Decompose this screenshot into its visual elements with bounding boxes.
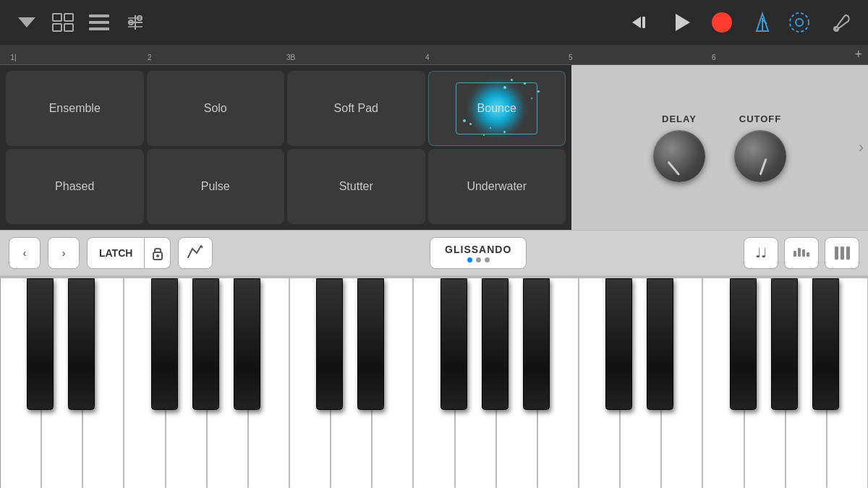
black-key-8[interactable] xyxy=(482,278,509,410)
controls-panel: DELAY CUTOFF › xyxy=(571,65,868,230)
pad-grid: Ensemble Solo Soft Pad Boun xyxy=(0,65,571,230)
pad-underwater[interactable]: Underwater xyxy=(428,149,566,224)
delay-knob[interactable] xyxy=(653,130,705,182)
pad-solo[interactable]: Solo xyxy=(147,71,285,146)
black-key-5[interactable] xyxy=(316,278,343,410)
glissando-dots xyxy=(467,257,490,262)
delay-indicator xyxy=(667,160,680,175)
svg-point-17 xyxy=(712,12,732,33)
add-track-button[interactable]: + xyxy=(854,47,862,62)
ruler-marks-container: 1| 2 3B 4 5 6 xyxy=(0,45,868,64)
piano-keyboard xyxy=(0,276,868,488)
settings-button[interactable] xyxy=(784,7,814,38)
black-key-0[interactable] xyxy=(27,278,54,410)
ruler-mark-2: 2 xyxy=(148,53,152,61)
svg-text:♩♩: ♩♩ xyxy=(755,246,767,260)
eq-button[interactable] xyxy=(120,7,150,38)
glissando-dot-3 xyxy=(485,257,490,262)
cutoff-indicator xyxy=(760,158,767,175)
svg-rect-3 xyxy=(53,24,61,31)
svg-rect-28 xyxy=(793,251,796,257)
metronome-button[interactable] xyxy=(746,7,778,38)
ruler-mark-1: 1| xyxy=(10,53,16,61)
cutoff-knob[interactable] xyxy=(734,130,786,182)
arpeggio-button[interactable] xyxy=(784,237,819,269)
svg-rect-34 xyxy=(846,247,850,260)
glissando-dot-1 xyxy=(467,257,472,262)
latch-group: LATCH xyxy=(87,237,171,269)
mixer-button[interactable] xyxy=(84,7,114,38)
svg-rect-31 xyxy=(807,252,809,257)
ruler-mark-3b: 3B xyxy=(286,53,295,61)
svg-rect-5 xyxy=(89,14,109,17)
svg-rect-33 xyxy=(841,247,844,260)
black-key-2[interactable] xyxy=(151,278,178,410)
svg-point-23 xyxy=(834,27,838,31)
svg-rect-7 xyxy=(89,27,109,30)
black-key-1[interactable] xyxy=(68,278,95,410)
ruler-mark-4: 4 xyxy=(425,53,430,61)
pad-phased[interactable]: Phased xyxy=(6,149,144,224)
wrench-button[interactable] xyxy=(826,7,856,38)
glissando-dot-2 xyxy=(476,257,481,262)
keyboard-toolbar: ‹ › LATCH GLISSANDO xyxy=(0,230,868,276)
glissando-button[interactable]: GLISSANDO xyxy=(430,237,527,269)
black-key-9[interactable] xyxy=(523,278,550,410)
svg-rect-32 xyxy=(835,247,838,260)
play-button[interactable] xyxy=(665,7,697,38)
notes-button[interactable]: ♩♩ xyxy=(744,237,778,269)
timeline-ruler: 1| 2 3B 4 5 6 + xyxy=(0,45,868,65)
right-keyboard-buttons: ♩♩ xyxy=(744,237,859,269)
panel-expand-button[interactable]: › xyxy=(859,138,864,157)
black-key-10[interactable] xyxy=(605,278,632,410)
pad-soft-pad[interactable]: Soft Pad xyxy=(287,71,425,146)
svg-point-22 xyxy=(790,13,809,32)
svg-rect-29 xyxy=(798,248,801,257)
ruler-mark-5: 5 xyxy=(569,53,573,61)
dropdown-button[interactable] xyxy=(12,7,42,38)
black-key-6[interactable] xyxy=(357,278,384,410)
glissando-label: GLISSANDO xyxy=(445,244,511,255)
pad-ensemble[interactable]: Ensemble xyxy=(6,71,144,146)
black-key-14[interactable] xyxy=(812,278,839,410)
main-area: Ensemble Solo Soft Pad Boun xyxy=(0,65,868,230)
right-toolbar xyxy=(784,7,856,38)
pad-stutter[interactable]: Stutter xyxy=(287,149,425,224)
black-key-7[interactable] xyxy=(441,278,467,410)
black-key-4[interactable] xyxy=(234,278,260,410)
record-button[interactable] xyxy=(706,7,738,38)
delay-knob-group: DELAY xyxy=(653,114,705,182)
lock-button[interactable] xyxy=(145,237,171,269)
piano-keys[interactable] xyxy=(0,278,868,488)
pad-pulse[interactable]: Pulse xyxy=(147,149,285,224)
main-toolbar xyxy=(0,0,868,45)
octave-up-button[interactable]: › xyxy=(48,237,80,269)
svg-marker-16 xyxy=(676,14,690,31)
tracks-button[interactable] xyxy=(48,7,78,38)
delay-label: DELAY xyxy=(662,114,697,124)
svg-marker-14 xyxy=(632,17,641,28)
svg-rect-1 xyxy=(53,14,61,21)
black-key-13[interactable] xyxy=(771,278,798,410)
transport-controls xyxy=(625,7,778,38)
svg-rect-6 xyxy=(89,21,109,24)
svg-marker-0 xyxy=(18,17,35,27)
svg-rect-4 xyxy=(64,24,73,31)
cutoff-label: CUTOFF xyxy=(739,114,781,124)
rewind-button[interactable] xyxy=(625,7,657,38)
cutoff-knob-group: CUTOFF xyxy=(734,114,786,182)
chord-button[interactable] xyxy=(825,237,859,269)
svg-rect-15 xyxy=(642,17,645,28)
arp-button[interactable] xyxy=(178,237,213,269)
svg-point-21 xyxy=(796,19,803,26)
black-key-11[interactable] xyxy=(647,278,673,410)
latch-button[interactable]: LATCH xyxy=(87,237,145,269)
pad-bounce[interactable]: Bounce xyxy=(428,71,566,146)
knobs-row: DELAY CUTOFF xyxy=(653,114,786,182)
black-key-3[interactable] xyxy=(192,278,219,410)
svg-rect-30 xyxy=(802,249,805,257)
ruler-mark-6: 6 xyxy=(712,53,716,61)
octave-down-button[interactable]: ‹ xyxy=(9,237,41,269)
svg-rect-2 xyxy=(64,14,73,21)
black-key-12[interactable] xyxy=(730,278,757,410)
